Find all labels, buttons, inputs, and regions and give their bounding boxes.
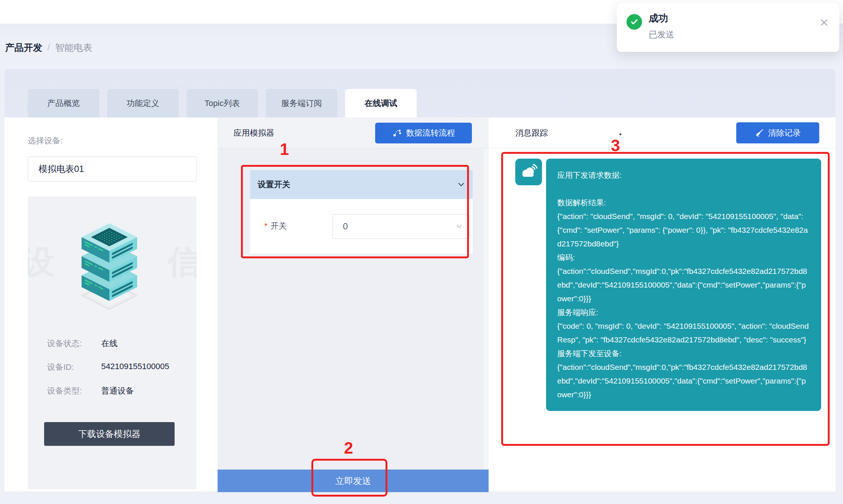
close-icon[interactable]: [819, 18, 829, 27]
stray-dot: [619, 133, 621, 135]
breadcrumb: 产品开发 / 智能电表: [5, 41, 92, 54]
app-simulator-panel: 应用模拟器 数据流转流程 设置开关: [218, 117, 489, 492]
tracker-title: 消息跟踪: [515, 117, 548, 148]
toast-title: 成功: [649, 12, 668, 25]
message-line: 服务端下发至设备:: [557, 346, 810, 360]
device-status-value: 在线: [101, 338, 118, 349]
tracker-header: 消息跟踪 清除记录: [489, 117, 836, 148]
annotation-number-2: 2: [344, 439, 353, 457]
set-switch-panel: 设置开关 *开关 0: [250, 170, 473, 254]
message-tracker-panel: 消息跟踪 清除记录: [489, 117, 836, 491]
device-status-row: 设备状态: 在线: [28, 338, 196, 350]
cloud-signal-icon: [519, 162, 538, 182]
tab-function-definition[interactable]: 功能定义: [107, 89, 179, 117]
device-type-row: 设备类型: 普通设备: [28, 385, 196, 397]
message-line: {"action": "cloudSend", "msgId": 0, "dev…: [557, 209, 810, 251]
set-switch-title: 设置开关: [258, 179, 290, 190]
broom-icon: [755, 129, 764, 137]
clear-records-label: 清除记录: [768, 127, 801, 139]
message-line: 应用下发请求数据:: [557, 168, 810, 182]
tab-server-subscription[interactable]: 服务端订阅: [266, 89, 337, 117]
downlink-message-bubble: 应用下发请求数据: 数据解析结果: {"action": "cloudSend"…: [546, 159, 821, 411]
tab-online-debug[interactable]: 在线调试: [345, 89, 417, 117]
toast-message: 已发送: [649, 29, 674, 40]
switch-field-label: *开关: [264, 220, 287, 232]
set-switch-form: *开关 0: [250, 199, 473, 254]
tab-product-overview[interactable]: 产品概览: [28, 89, 99, 117]
device-info-card: 设 备 信 息: [28, 196, 196, 489]
product-debug-card: 产品概览 功能定义 Topic列表 服务端订阅 在线调试 选择设备: 模拟电表0…: [4, 69, 836, 491]
device-status-label: 设备状态:: [47, 338, 82, 349]
simulator-title: 应用模拟器: [234, 117, 274, 148]
page: 产品开发 / 智能电表 产品概览 功能定义 Topic列表 服务端订阅 在线调试…: [0, 0, 843, 504]
breadcrumb-separator: /: [47, 42, 50, 53]
message-line: {"action":"cloudSend","msgId":0,"pk":"fb…: [557, 360, 810, 401]
server-stack-icon: [82, 223, 137, 311]
breadcrumb-current: 智能电表: [55, 42, 92, 54]
data-flow-icon: [392, 128, 402, 138]
select-device-label: 选择设备:: [28, 135, 63, 146]
message-line: 服务端响应:: [557, 305, 810, 319]
simulator-header: 应用模拟器 数据流转流程: [218, 117, 489, 148]
device-id-value: 542109155100005: [101, 362, 169, 371]
success-toast: 成功 已发送: [617, 3, 839, 52]
chevron-down-icon: [456, 180, 466, 189]
download-simulator-button[interactable]: 下载设备模拟器: [44, 422, 175, 446]
set-switch-header[interactable]: 设置开关: [250, 170, 473, 199]
simulator-scrollbar[interactable]: [483, 149, 489, 470]
message-line: {"action":"cloudSend","msgId":0,"pk":"fb…: [557, 264, 810, 305]
data-flow-button[interactable]: 数据流转流程: [375, 123, 472, 143]
message-line: 编码:: [557, 251, 810, 264]
annotation-number-1: 1: [280, 140, 289, 159]
device-illustration: [82, 223, 137, 311]
send-now-button[interactable]: 立即发送: [218, 470, 489, 492]
device-panel: 选择设备: 模拟电表01 设 备 信 息: [4, 117, 218, 491]
device-id-label: 设备ID:: [47, 362, 74, 373]
switch-value: 0: [343, 221, 348, 231]
data-flow-label: 数据流转流程: [406, 127, 455, 139]
device-type-value: 普通设备: [101, 385, 134, 397]
switch-value-select[interactable]: 0: [332, 214, 469, 239]
required-mark: *: [264, 221, 268, 231]
device-select-input[interactable]: 模拟电表01: [28, 156, 196, 182]
breadcrumb-section[interactable]: 产品开发: [5, 42, 42, 54]
device-type-label: 设备类型:: [47, 385, 82, 397]
message-line: [557, 182, 810, 196]
tab-topic-list[interactable]: Topic列表: [186, 89, 258, 117]
device-id-row: 设备ID: 542109155100005: [28, 362, 196, 374]
message-line: {"code": 0, "msgId": 0, "devId": "542109…: [557, 319, 810, 346]
message-line: 数据解析结果:: [557, 196, 810, 209]
chevron-down-icon: [455, 222, 464, 231]
cloud-message-avatar: [515, 159, 542, 185]
clear-records-button[interactable]: 清除记录: [736, 122, 819, 143]
check-circle-icon: [627, 14, 642, 30]
annotation-number-3: 3: [611, 136, 620, 155]
